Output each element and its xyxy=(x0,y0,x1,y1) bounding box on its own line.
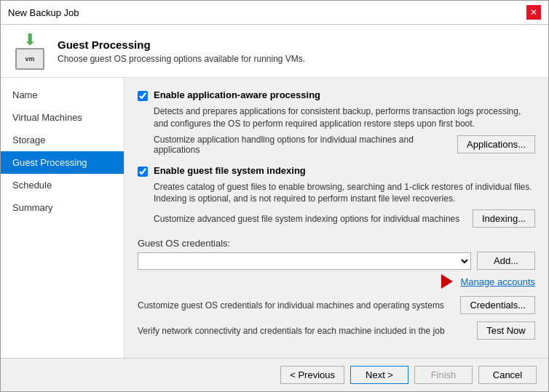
app-aware-label: Enable application-aware processing xyxy=(154,89,320,100)
header-text: Guest Processing Choose guest OS process… xyxy=(58,39,305,64)
credentials-dropdown[interactable] xyxy=(138,252,471,270)
app-aware-option-row: Customize application handling options f… xyxy=(154,135,535,155)
app-aware-checkbox-row: Enable application-aware processing xyxy=(138,89,535,101)
manage-accounts-link[interactable]: Manage accounts xyxy=(460,276,535,287)
credentials-row: Add... xyxy=(138,252,535,270)
header-subtitle: Choose guest OS processing options avail… xyxy=(58,54,305,64)
verify-row: Verify network connectivity and credenti… xyxy=(138,321,535,340)
file-indexing-description: Creates catalog of guest files to enable… xyxy=(154,181,535,206)
header-icon: ⬇ vm xyxy=(12,33,47,68)
finish-button[interactable]: Finish xyxy=(414,366,473,384)
sidebar-item-name[interactable]: Name xyxy=(1,84,124,106)
header-title: Guest Processing xyxy=(58,39,305,51)
sidebar-item-guest-processing[interactable]: Guest Processing xyxy=(1,151,124,174)
verify-text: Verify network connectivity and credenti… xyxy=(138,326,477,336)
file-indexing-checkbox-row: Enable guest file system indexing xyxy=(138,165,535,177)
sidebar-item-schedule[interactable]: Schedule xyxy=(1,174,124,196)
next-button[interactable]: Next > xyxy=(350,366,408,384)
dialog-title: New Backup Job xyxy=(8,7,79,18)
credentials-customize-row: Customize guest OS credentials for indiv… xyxy=(138,296,535,314)
test-now-button[interactable]: Test Now xyxy=(477,321,535,340)
previous-button[interactable]: < Previous xyxy=(280,366,344,384)
credentials-label: Guest OS credentials: xyxy=(138,238,535,249)
credentials-button[interactable]: Credentials... xyxy=(460,296,535,314)
download-arrow-icon: ⬇ xyxy=(23,32,36,48)
manage-accounts-row: Manage accounts xyxy=(138,274,535,289)
applications-button[interactable]: Applications... xyxy=(457,135,535,153)
sidebar-item-virtual-machines[interactable]: Virtual Machines xyxy=(1,106,124,129)
file-indexing-section: Enable guest file system indexing Create… xyxy=(138,165,535,228)
sidebar-item-storage[interactable]: Storage xyxy=(1,129,124,151)
app-aware-description: Detects and prepares applications for co… xyxy=(154,105,535,130)
indexing-button[interactable]: Indexing... xyxy=(473,209,535,228)
close-button[interactable]: ✕ xyxy=(526,5,541,20)
dialog: New Backup Job ✕ ⬇ vm Guest Processing C… xyxy=(0,0,549,392)
sidebar: Name Virtual Machines Storage Guest Proc… xyxy=(1,78,125,358)
file-indexing-option-row: Customize advanced guest file system ind… xyxy=(154,209,535,228)
main-panel: Enable application-aware processing Dete… xyxy=(125,78,548,358)
header-area: ⬇ vm Guest Processing Choose guest OS pr… xyxy=(1,25,548,78)
credentials-customize-text: Customize guest OS credentials for indiv… xyxy=(138,300,460,311)
credentials-section: Guest OS credentials: Add... Manage acco… xyxy=(138,238,535,340)
file-indexing-customize-text: Customize advanced guest file system ind… xyxy=(154,214,473,224)
arrow-icon xyxy=(441,274,453,289)
file-indexing-label: Enable guest file system indexing xyxy=(154,165,306,176)
app-aware-section: Enable application-aware processing Dete… xyxy=(138,89,535,155)
content-area: Name Virtual Machines Storage Guest Proc… xyxy=(1,78,548,358)
cancel-button[interactable]: Cancel xyxy=(478,366,537,384)
footer: < Previous Next > Finish Cancel xyxy=(1,358,548,391)
app-aware-checkbox[interactable] xyxy=(138,91,148,101)
title-bar: New Backup Job ✕ xyxy=(1,1,548,25)
add-button[interactable]: Add... xyxy=(477,252,535,270)
sidebar-item-summary[interactable]: Summary xyxy=(1,196,124,219)
file-indexing-checkbox[interactable] xyxy=(138,167,148,177)
app-aware-customize-text: Customize application handling options f… xyxy=(154,135,457,155)
vm-box-icon: vm xyxy=(15,48,44,70)
